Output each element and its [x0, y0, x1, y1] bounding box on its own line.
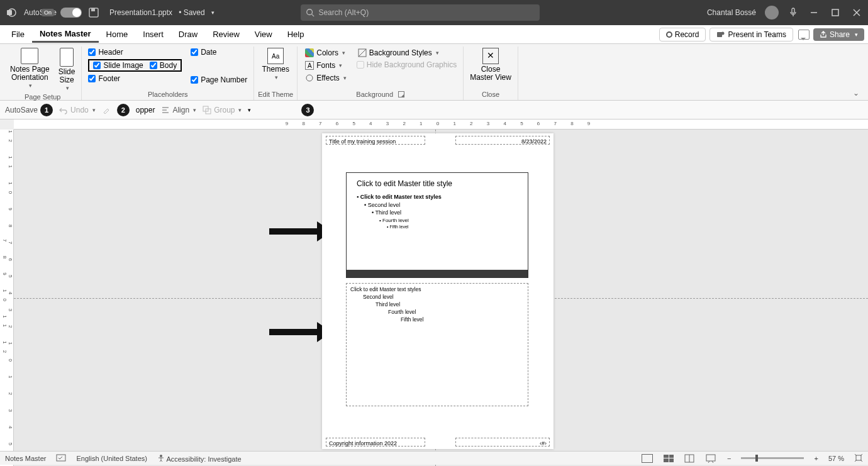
- qat-row: AutoSave 1 Undo 2 opper Align Group ▾ 3: [0, 101, 868, 119]
- app-icon: [5, 6, 18, 19]
- username[interactable]: Chantal Bossé: [707, 8, 756, 17]
- svg-point-12: [306, 75, 313, 81]
- ruler-vertical[interactable]: 12 11 10 9 8 7 6 5 4 3 2 1 0 1 2 3 4 5 6…: [0, 130, 14, 466]
- footer-placeholder[interactable]: Copyright information 2022: [326, 438, 425, 447]
- group-edit-theme: Aa Themes Edit Theme: [254, 47, 298, 100]
- file-name: Presentation1.pptx: [109, 8, 172, 17]
- present-teams-button[interactable]: Present in Teams: [709, 28, 793, 42]
- tab-insert[interactable]: Insert: [135, 27, 171, 42]
- filename-chevron-icon[interactable]: ▾: [211, 9, 214, 16]
- titlebar-right: Chantal Bossé: [707, 6, 863, 19]
- teams-icon: [716, 30, 725, 39]
- comments-button[interactable]: [798, 30, 810, 40]
- record-icon: [666, 31, 672, 38]
- view-normal-button[interactable]: [642, 454, 653, 463]
- view-reading-button[interactable]: [684, 454, 696, 463]
- background-launcher[interactable]: [398, 91, 404, 97]
- slide-image-placeholder[interactable]: Click to edit Master title style ▪ Click…: [346, 172, 528, 278]
- close-button[interactable]: [850, 6, 863, 19]
- zoom-in-button[interactable]: +: [814, 455, 818, 462]
- fonts-icon: A: [305, 61, 314, 70]
- group-label-background: Background: [356, 90, 404, 100]
- tab-notes-master[interactable]: Notes Master: [32, 26, 99, 43]
- colors-dropdown[interactable]: Colors: [304, 48, 347, 58]
- search-box[interactable]: Search (Alt+Q): [301, 4, 540, 21]
- qat-eyedropper[interactable]: [102, 106, 111, 114]
- fit-to-window-button[interactable]: [854, 453, 863, 463]
- search-placeholder: Search (Alt+Q): [318, 8, 369, 17]
- colors-icon: [305, 48, 314, 57]
- close-icon: ✕: [482, 48, 499, 64]
- autosave-toggle[interactable]: AutoSave On: [24, 8, 82, 18]
- group-label-page-setup: Page Setup: [25, 93, 61, 102]
- svg-point-11: [721, 31, 725, 35]
- share-icon: [820, 31, 827, 38]
- effects-dropdown[interactable]: Effects: [304, 73, 347, 83]
- slide-footer-bar: [347, 270, 528, 277]
- zoom-out-button[interactable]: −: [727, 455, 731, 462]
- slide-title: Click to edit Master title style: [347, 173, 528, 193]
- page-number-placeholder[interactable]: ‹#›: [455, 438, 550, 447]
- tab-file[interactable]: File: [4, 27, 32, 42]
- tab-review[interactable]: Review: [205, 27, 247, 42]
- canvas[interactable]: Title of my training session 8/23/2022 C…: [14, 130, 868, 466]
- qat-group[interactable]: Group: [203, 106, 242, 114]
- group-label-placeholders: Placeholders: [148, 90, 188, 100]
- themes-button[interactable]: Aa Themes: [260, 47, 292, 82]
- group-label-close: Close: [482, 90, 499, 100]
- share-button[interactable]: Share▾: [813, 28, 864, 41]
- avatar[interactable]: [765, 6, 779, 19]
- accessibility-button[interactable]: Accessibility: Investigate: [157, 454, 242, 463]
- svg-rect-24: [706, 455, 715, 461]
- tab-home[interactable]: Home: [99, 27, 136, 42]
- view-sorter-button[interactable]: [663, 454, 674, 463]
- qat-more[interactable]: ▾: [248, 107, 251, 113]
- maximize-button[interactable]: [829, 6, 842, 19]
- toggle-switch[interactable]: On: [60, 8, 82, 18]
- view-slideshow-button[interactable]: [706, 454, 717, 463]
- qat-undo[interactable]: Undo: [59, 106, 96, 114]
- close-master-button[interactable]: ✕ Close Master View: [467, 47, 514, 83]
- header-placeholder[interactable]: Title of my training session: [326, 136, 425, 145]
- ribbon-collapse-button[interactable]: ⌄: [848, 86, 864, 100]
- mic-icon[interactable]: [787, 7, 799, 18]
- svg-rect-7: [832, 9, 838, 16]
- tab-view[interactable]: View: [247, 27, 280, 42]
- orientation-icon: [21, 48, 38, 64]
- tab-draw[interactable]: Draw: [171, 27, 205, 42]
- svg-point-4: [307, 9, 313, 15]
- group-icon: [203, 106, 211, 114]
- ribbon: Notes Page Orientation Slide Size Page S…: [0, 44, 868, 101]
- qat-autosave[interactable]: AutoSave: [5, 106, 38, 114]
- align-icon: [161, 106, 170, 114]
- bg-styles-dropdown[interactable]: Background Styles: [357, 48, 457, 58]
- chk-date[interactable]: Date: [191, 48, 247, 57]
- zoom-slider[interactable]: [741, 457, 804, 459]
- spellcheck-button[interactable]: [56, 454, 66, 463]
- ruler-horizontal[interactable]: 9 8 7 6 5 4 3 2 1 0 1 2 3 4 5 6 7 8 9: [14, 119, 868, 130]
- save-icon[interactable]: [88, 7, 99, 18]
- notes-orientation-button[interactable]: Notes Page Orientation: [8, 47, 52, 91]
- chk-hide-bg: Hide Background Graphics: [357, 60, 457, 69]
- minimize-button[interactable]: [808, 6, 820, 19]
- slide-size-button[interactable]: Slide Size: [56, 47, 78, 93]
- status-language[interactable]: English (United States): [76, 455, 147, 462]
- search-icon: [306, 8, 314, 17]
- saved-state: • Saved: [179, 8, 205, 17]
- tab-help[interactable]: Help: [280, 27, 312, 42]
- date-placeholder[interactable]: 8/23/2022: [455, 136, 550, 145]
- svg-rect-27: [856, 455, 861, 460]
- qat-align[interactable]: Align: [161, 106, 196, 114]
- svg-point-21: [160, 455, 162, 457]
- notes-page[interactable]: Title of my training session 8/23/2022 C…: [322, 133, 554, 449]
- title-bar: AutoSave On Presentation1.pptx • Saved ▾…: [0, 0, 868, 25]
- annotation-2: 2: [117, 104, 130, 116]
- annotation-1: 1: [40, 104, 53, 116]
- fonts-dropdown[interactable]: AFonts: [304, 60, 347, 70]
- group-background: Colors AFonts Effects Background Styles …: [298, 47, 464, 100]
- status-mode: Notes Master: [5, 455, 46, 462]
- body-placeholder[interactable]: Click to edit Master text styles Second …: [346, 283, 528, 406]
- record-button[interactable]: Record: [659, 28, 706, 42]
- chk-page-number[interactable]: Page Number: [191, 75, 247, 84]
- zoom-level[interactable]: 57 %: [828, 455, 844, 462]
